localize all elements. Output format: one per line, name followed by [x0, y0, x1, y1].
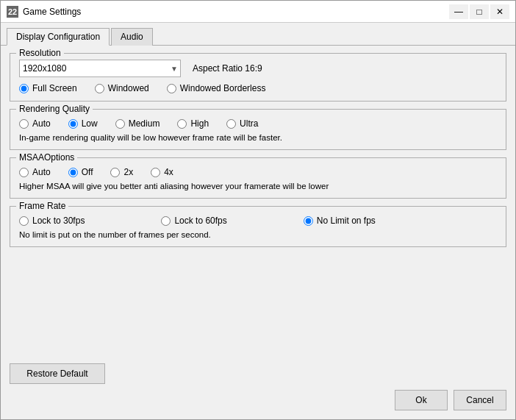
framerate-group-label: Frame Rate	[16, 201, 68, 211]
quality-medium-radio[interactable]	[115, 119, 125, 129]
title-bar: 22 Game Settings — □ ✕	[1, 1, 515, 23]
msaa-4x-option[interactable]: 4x	[151, 167, 173, 177]
fps-nolimit-radio[interactable]	[304, 216, 313, 226]
fps-nolimit-label: No Limit on fps	[317, 216, 376, 226]
game-settings-window: 22 Game Settings — □ ✕ Display Configura…	[0, 0, 516, 420]
fps-60-option[interactable]: Lock to 60fps	[161, 216, 226, 226]
quality-auto-option[interactable]: Auto	[19, 118, 51, 129]
app-icon: 22	[7, 6, 18, 18]
msaa-auto-option[interactable]: Auto	[19, 167, 51, 177]
quality-high-radio[interactable]	[177, 119, 187, 129]
fps-nolimit-option[interactable]: No Limit on fps	[304, 216, 376, 226]
windowed-borderless-radio[interactable]	[167, 84, 176, 93]
fullscreen-label: Full Screen	[32, 83, 77, 93]
msaa-off-option[interactable]: Off	[68, 167, 93, 177]
rendering-quality-group: Rendering Quality Auto Low Medium High	[10, 109, 506, 150]
fps-30-radio[interactable]	[19, 216, 29, 226]
quality-ultra-option[interactable]: Ultra	[226, 118, 258, 129]
resolution-group-label: Resolution	[16, 48, 64, 58]
fullscreen-radio[interactable]	[19, 84, 29, 93]
resolution-row: 1920x1080 1280x720 1600x900 2560x1440 ▼ …	[19, 60, 497, 77]
quality-low-radio[interactable]	[68, 119, 78, 129]
quality-high-label: High	[190, 118, 209, 129]
ok-button[interactable]: Ok	[395, 390, 448, 410]
quality-high-option[interactable]: High	[177, 118, 209, 129]
fps-30-option[interactable]: Lock to 30fps	[19, 216, 85, 226]
windowed-radio[interactable]	[95, 84, 104, 93]
rendering-quality-row: Auto Low Medium High Ultra	[19, 118, 497, 129]
cancel-button[interactable]: Cancel	[454, 390, 506, 410]
windowed-borderless-label: Windowed Borderless	[180, 83, 266, 93]
rendering-quality-label: Rendering Quality	[16, 104, 93, 114]
quality-low-option[interactable]: Low	[68, 118, 98, 129]
windowed-option[interactable]: Windowed	[95, 83, 149, 93]
tab-display-configuration[interactable]: Display Configuration	[7, 28, 110, 46]
framerate-row: Lock to 30fps Lock to 60fps No Limit on …	[19, 216, 497, 226]
quality-medium-label: Medium	[129, 118, 160, 129]
tab-audio[interactable]: Audio	[111, 28, 153, 46]
display-mode-row: Full Screen Windowed Windowed Borderless	[19, 83, 497, 93]
window-controls: — □ ✕	[449, 4, 509, 19]
msaa-off-label: Off	[82, 167, 93, 177]
footer: Restore Default Ok Cancel	[1, 356, 515, 419]
framerate-desc: No limit is put on the number of frames …	[19, 230, 497, 239]
quality-ultra-radio[interactable]	[226, 119, 236, 129]
quality-medium-option[interactable]: Medium	[115, 118, 160, 129]
msaa-desc: Higher MSAA will give you better anti al…	[19, 182, 497, 191]
windowed-borderless-option[interactable]: Windowed Borderless	[167, 83, 266, 93]
msaa-row: Auto Off 2x 4x	[19, 167, 497, 177]
quality-low-label: Low	[82, 118, 98, 129]
minimize-button[interactable]: —	[449, 4, 468, 19]
msaa-4x-radio[interactable]	[151, 168, 160, 177]
msaa-2x-option[interactable]: 2x	[110, 167, 133, 177]
maximize-button[interactable]: □	[470, 4, 489, 19]
fps-60-radio[interactable]	[161, 216, 171, 226]
msaa-auto-label: Auto	[32, 167, 51, 177]
msaa-2x-label: 2x	[123, 167, 133, 177]
fps-30-label: Lock to 30fps	[32, 216, 85, 226]
aspect-ratio-label: Aspect Ratio 16:9	[193, 63, 262, 74]
msaa-4x-label: 4x	[164, 167, 173, 177]
restore-btn-row: Restore Default	[10, 363, 506, 384]
resolution-group: Resolution 1920x1080 1280x720 1600x900 2…	[10, 53, 506, 102]
tab-bar: Display Configuration Audio	[1, 23, 515, 46]
msaa-off-radio[interactable]	[68, 168, 78, 177]
quality-auto-label: Auto	[32, 118, 51, 129]
restore-default-button[interactable]: Restore Default	[10, 363, 105, 384]
windowed-label: Windowed	[108, 83, 149, 93]
ok-cancel-row: Ok Cancel	[10, 390, 506, 410]
close-button[interactable]: ✕	[490, 4, 509, 19]
msaa-group: MSAAOptions Auto Off 2x 4x	[10, 157, 506, 199]
msaa-2x-radio[interactable]	[110, 168, 120, 177]
resolution-select[interactable]: 1920x1080 1280x720 1600x900 2560x1440	[19, 60, 181, 77]
main-content: Resolution 1920x1080 1280x720 1600x900 2…	[1, 46, 515, 356]
msaa-auto-radio[interactable]	[19, 168, 29, 177]
fullscreen-option[interactable]: Full Screen	[19, 83, 77, 93]
resolution-select-wrapper: 1920x1080 1280x720 1600x900 2560x1440 ▼	[19, 60, 181, 77]
framerate-group: Frame Rate Lock to 30fps Lock to 60fps N…	[10, 206, 506, 247]
fps-60-label: Lock to 60fps	[174, 216, 226, 226]
msaa-group-label: MSAAOptions	[16, 152, 77, 163]
window-title: Game Settings	[23, 7, 449, 17]
quality-ultra-label: Ultra	[240, 118, 258, 129]
quality-auto-radio[interactable]	[19, 119, 29, 129]
rendering-quality-desc: In-game rendering quality will be low ho…	[19, 133, 497, 142]
